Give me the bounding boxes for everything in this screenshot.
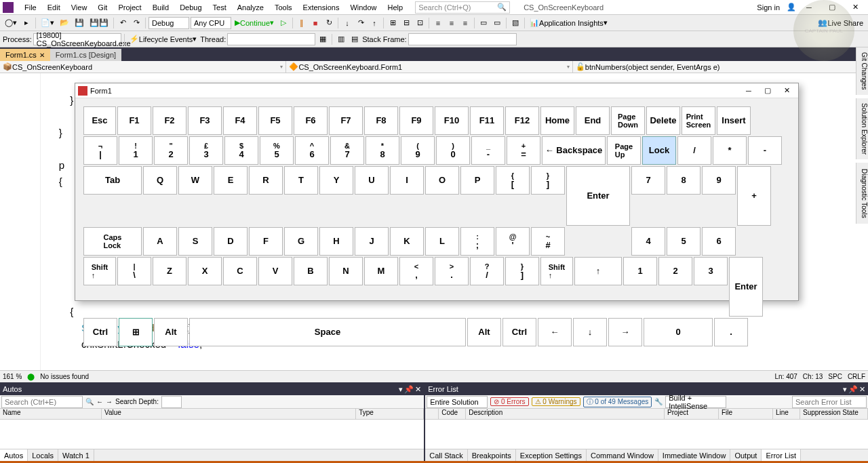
tab-callstack[interactable]: Call Stack [425,449,468,461]
key-end[interactable]: End [576,106,610,135]
key-f9[interactable]: F9 [399,106,433,135]
key-space[interactable]: Space [189,318,466,346]
platform-dropdown[interactable]: Any CPU [191,17,231,29]
tab-exception[interactable]: Exception Settings [516,449,587,461]
key--[interactable]: <, [399,257,433,285]
key-f8[interactable]: F8 [364,106,398,135]
tb-icon-1[interactable]: ⊞ [387,17,399,29]
continue-button[interactable]: ▶ Continue ▾ [233,17,276,29]
zoom-level[interactable]: 161 % [3,373,22,380]
key-print-screen[interactable]: PrintScreen [682,106,715,135]
key-ctrl[interactable]: Ctrl [83,318,117,346]
menu-window[interactable]: Window [344,0,382,15]
key-2[interactable]: 2 [658,257,692,285]
key--[interactable]: * [713,136,747,165]
menu-edit[interactable]: Edit [42,0,66,15]
save-all-button[interactable]: 💾💾 [87,17,111,29]
menu-tools[interactable]: Tools [269,0,298,15]
key-c[interactable]: C [223,257,257,285]
step-over-button[interactable]: ↷ [355,17,367,29]
key-w[interactable]: W [178,166,212,195]
key--[interactable]: / [677,136,711,165]
tab-form1-design[interactable]: Form1.cs [Design] [50,49,121,61]
process-dropdown[interactable]: [19800] CS_OnScreenKeyboard.exe [33,33,121,45]
key-enter[interactable]: Enter [566,166,630,226]
tb-icon-2[interactable]: ⊟ [400,17,412,29]
key--[interactable]: @' [496,227,530,256]
menu-extensions[interactable]: Extensions [298,0,345,15]
key-f2[interactable]: F2 [153,106,186,135]
quick-search-input[interactable]: Search (Ctrl+Q) 🔍 [415,1,510,14]
side-git-changes[interactable]: Git Changes [856,47,868,95]
restart-button[interactable]: ↻ [323,17,335,29]
osk-close-button[interactable]: ✕ [778,85,795,97]
key--2[interactable]: "2 [154,136,188,165]
errorlist-header[interactable]: Error List ▾📌✕ [425,383,868,395]
col-file[interactable]: File [719,409,773,419]
col-description[interactable]: Description [466,409,665,419]
key-alt[interactable]: Alt [467,318,501,346]
key-a[interactable]: A [143,227,177,256]
tb-icon-5[interactable]: ≡ [446,17,458,29]
key-v[interactable]: V [258,257,292,285]
key-insert[interactable]: Insert [717,106,751,135]
step-out-button[interactable]: ↑ [368,17,380,29]
close-icon[interactable]: ✕ [859,385,865,394]
key-shift-[interactable]: Shift↑ [83,257,116,285]
key-r[interactable]: R [249,166,283,195]
osk-titlebar[interactable]: Form1 ─ ▢ ✕ [75,83,798,98]
liveshare-button[interactable]: 👥 Live Share [816,17,865,29]
key-d[interactable]: D [214,227,248,256]
key--[interactable]: += [507,136,540,165]
signin-link[interactable]: Sign in [757,3,780,12]
key-f7[interactable]: F7 [329,106,363,135]
tab-output[interactable]: Output [730,449,762,461]
col-project[interactable]: Project [665,409,719,419]
app-insights-button[interactable]: 📊 Application Insights ▾ [528,17,610,29]
tb2-icon-1[interactable]: ▦ [317,33,329,45]
stackframe-dropdown[interactable] [408,33,517,45]
tb2-icon-2[interactable]: ▥ [335,33,347,45]
key-8[interactable]: 8 [667,166,701,195]
key-lock[interactable]: Lock [642,136,676,165]
key--[interactable]: ⊞ [119,318,153,346]
filter-icon[interactable]: 🔧 [654,398,663,405]
tb-icon-3[interactable]: ⊡ [414,17,426,29]
lifecycle-button[interactable]: ⚡ Lifecycle Events ▾ [127,33,199,45]
menu-test[interactable]: Test [208,0,232,15]
key-9[interactable]: 9 [702,166,736,195]
key-t[interactable]: T [284,166,318,195]
key-caps-lock[interactable]: CapsLock [83,227,142,256]
tab-command[interactable]: Command Window [587,449,658,461]
key-f12[interactable]: F12 [505,106,539,135]
key--backspace[interactable]: ← Backspace [542,136,606,165]
autos-search-input[interactable] [1,396,83,408]
key--[interactable]: }] [505,257,539,285]
key--[interactable]: >. [435,257,469,285]
menu-debug[interactable]: Debug [174,0,207,15]
side-solution-explorer[interactable]: Solution Explorer [856,98,868,159]
key--[interactable]: - [748,136,782,165]
key--0[interactable]: )0 [436,136,470,165]
key-6[interactable]: 6 [702,227,736,256]
save-button[interactable]: 💾 [73,17,86,29]
nav-method-dropdown[interactable]: 🔓 btnNumbers(object sender, EventArgs e) [573,61,868,73]
key-1[interactable]: 1 [623,257,657,285]
nav-class-dropdown[interactable]: 🔶 CS_OnScreenKeyboard.Form1 [286,61,572,73]
key-f10[interactable]: F10 [435,106,469,135]
tb-icon-7[interactable]: ▭ [477,17,490,29]
menu-help[interactable]: Help [382,0,409,15]
key-0[interactable]: 0 [644,318,713,346]
nav-project-dropdown[interactable]: 📦 CS_OnScreenKeyboard [0,61,286,73]
tb-icon-6[interactable]: ≡ [459,17,471,29]
nav-back-button[interactable]: ◯▾ [3,17,19,29]
key-p[interactable]: P [460,166,494,195]
key--[interactable]: . [714,318,748,346]
tb-icon-8[interactable]: ▭ [491,17,503,29]
side-diagnostic-tools[interactable]: Diagnostic Tools [856,163,868,224]
key-u[interactable]: U [355,166,389,195]
close-icon[interactable]: ✕ [39,52,45,59]
redo-button[interactable]: ↷ [130,17,142,29]
stop-button[interactable]: ■ [309,17,321,29]
col-name[interactable]: Name [0,409,102,419]
